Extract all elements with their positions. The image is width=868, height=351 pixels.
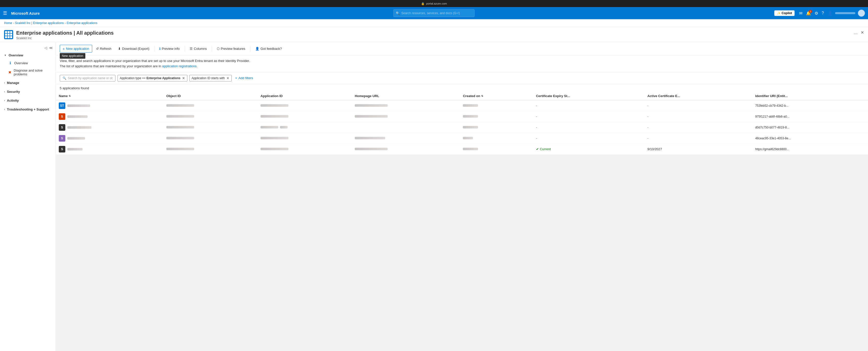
page-title: Enterprise applications | All applicatio…: [16, 30, 851, 36]
page-more-icon[interactable]: ...: [854, 30, 858, 35]
sidebar-security-label: Security: [7, 90, 20, 94]
troubleshooting-chevron-icon: ›: [4, 108, 5, 111]
homepage-blurred: [355, 137, 385, 139]
toolbar-separator-2: [185, 46, 185, 52]
security-chevron-icon: ›: [4, 90, 5, 93]
preview-info-button[interactable]: ℹ Preview info: [156, 45, 183, 52]
info-icon: ℹ: [8, 61, 12, 65]
new-application-button[interactable]: + New application: [60, 45, 92, 52]
created-blurred: [463, 115, 478, 117]
table-body: ST - - 753feb52-cb79-4342-b...: [56, 100, 868, 155]
overview-chevron-icon: ▼: [4, 54, 7, 57]
breadcrumb-home[interactable]: Home: [4, 21, 12, 25]
col-active-cert: Active Certificate E...: [644, 92, 752, 100]
homepage-blurred: [355, 104, 388, 107]
col-created-on: Created on ⇅: [460, 92, 533, 100]
refresh-button[interactable]: ↺ Refresh: [93, 45, 115, 52]
add-filter-button[interactable]: + Add filters: [234, 75, 254, 81]
download-button[interactable]: ⬇ Download (Export): [115, 45, 152, 52]
name-cell: ST: [59, 102, 160, 109]
sidebar: ◁ ≪ ▼ Overview ℹ Overview ✖ Diagnose and…: [0, 42, 56, 351]
col-created-sort[interactable]: Created on ⇅: [463, 94, 483, 98]
copilot-button[interactable]: ✨ Copilot: [774, 10, 795, 16]
sidebar-manage-header[interactable]: › Manage: [0, 79, 56, 87]
table-row[interactable]: S ✔ Current: [56, 144, 868, 154]
email-icon[interactable]: ✉: [799, 11, 802, 16]
homepage-blurred: [355, 148, 388, 150]
applications-table: Name ⇅ Object ID Application ID Homepage…: [56, 92, 868, 155]
page-subtitle: Scalekit Inc: [16, 36, 851, 40]
settings-icon[interactable]: ⚙: [814, 11, 818, 16]
sidebar-activity-header[interactable]: › Activity: [0, 97, 56, 104]
help-icon[interactable]: ?: [822, 11, 824, 15]
col-cert-expiry: Certificate Expiry St...: [533, 92, 644, 100]
name-cell: S: [59, 135, 160, 142]
azure-title: Microsoft Azure: [11, 11, 40, 15]
name-sort-icon: ⇅: [69, 95, 71, 97]
refresh-icon: ↺: [96, 47, 99, 50]
app-avatar: S: [59, 113, 65, 120]
breadcrumb-sep-1: ›: [13, 22, 14, 25]
name-cell: S: [59, 113, 160, 120]
sidebar-item-overview[interactable]: ℹ Overview: [0, 59, 56, 67]
topbar-icons: ✉ 🔔1 ⚙ ? 👤: [799, 11, 833, 16]
activity-chevron-icon: ›: [4, 99, 5, 102]
app-id-blurred: [260, 126, 278, 129]
hamburger-icon[interactable]: ☰: [3, 10, 7, 16]
user-icon[interactable]: 👤: [828, 11, 833, 16]
sidebar-troubleshooting-header[interactable]: › Troubleshooting + Support: [0, 105, 56, 113]
table-row[interactable]: ST - - 753feb52-cb79-4342-b...: [56, 100, 868, 111]
sidebar-collapse-icon[interactable]: ≪: [49, 45, 54, 50]
cert-status-current: ✔ Current: [536, 147, 641, 151]
download-icon: ⬇: [118, 47, 121, 50]
object-id-blurred: [166, 137, 194, 139]
id-filter-remove[interactable]: ✕: [226, 76, 229, 80]
toolbar: + New application New application ↺ Refr…: [56, 42, 868, 56]
sidebar-item-diagnose[interactable]: ✖ Diagnose and solve problems: [0, 67, 56, 78]
active-cert-dash: -: [647, 126, 648, 129]
type-filter-remove[interactable]: ✕: [182, 76, 185, 80]
close-button[interactable]: ✕: [861, 30, 864, 35]
plus-icon: +: [63, 46, 65, 51]
app-avatar: ST: [59, 102, 65, 109]
columns-icon: ☰: [190, 47, 193, 50]
description-line2: The list of applications that are mainta…: [60, 64, 864, 69]
sidebar-pin-icon[interactable]: ◁: [44, 45, 48, 50]
sidebar-overview-label: Overview: [9, 54, 23, 57]
description-line2-post: .: [197, 64, 198, 68]
created-sort-icon: ⇅: [481, 95, 483, 97]
table-row[interactable]: S - - 975f1217-ab8f-48b6-a0...: [56, 111, 868, 122]
breadcrumb-current[interactable]: Enterprise applications: [67, 21, 97, 25]
identifier-uri: 975f1217-ab8f-48b6-a0...: [755, 115, 789, 118]
table-row[interactable]: S - - 48ceac95-33e1-4053-8e...: [56, 133, 868, 144]
global-search-input[interactable]: [401, 11, 472, 15]
page-icon: [4, 30, 13, 39]
sidebar-overview-header[interactable]: ▼ Overview: [0, 51, 56, 59]
created-blurred: [463, 137, 473, 139]
preview-features-button[interactable]: ⬡ Preview features: [214, 45, 248, 52]
app-avatar: S: [59, 146, 65, 152]
manage-chevron-icon: ›: [4, 81, 5, 84]
breadcrumb-parent[interactable]: Scalekit Inc | Enterprise applications: [15, 21, 64, 25]
add-filter-icon: +: [235, 76, 237, 80]
sidebar-security-header[interactable]: › Security: [0, 88, 56, 96]
search-input[interactable]: [68, 76, 113, 80]
app-registrations-link[interactable]: application registrations: [162, 64, 197, 68]
got-feedback-button[interactable]: 👤 Got feedback?: [252, 45, 285, 52]
search-input-container: 🔍: [60, 75, 116, 81]
app-id-blurred: [260, 104, 288, 107]
table-row[interactable]: S - -: [56, 122, 868, 133]
avatar[interactable]: [858, 10, 865, 17]
notification-icon[interactable]: 🔔1: [806, 11, 811, 16]
identifier-uri: d0d7c750-b077-4819-8...: [755, 126, 789, 129]
toolbar-separator-3: [212, 46, 212, 52]
app-name-blurred: [67, 137, 85, 140]
main-layout: ◁ ≪ ▼ Overview ℹ Overview ✖ Diagnose and…: [0, 42, 868, 351]
col-name-sort[interactable]: Name ⇅: [59, 94, 71, 98]
active-cert-dash: -: [647, 104, 648, 107]
feedback-icon: 👤: [255, 47, 259, 50]
preview-info-icon: ℹ: [159, 47, 160, 50]
app-name-blurred: [67, 115, 88, 118]
columns-button[interactable]: ☰ Columns: [187, 45, 210, 52]
app-name-blurred: [67, 126, 91, 129]
